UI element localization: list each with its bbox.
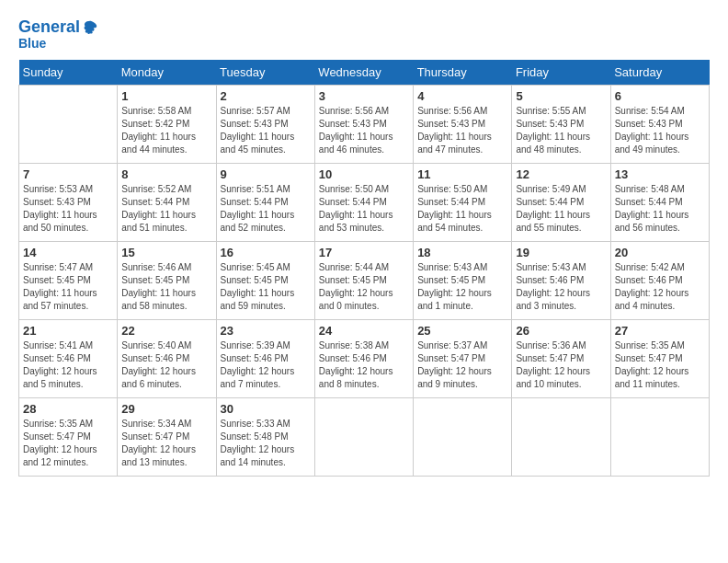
logo-text-blue: Blue: [18, 37, 98, 51]
calendar-cell: 6Sunrise: 5:54 AM Sunset: 5:43 PM Daylig…: [610, 86, 709, 164]
day-info: Sunrise: 5:50 AM Sunset: 5:44 PM Dayligh…: [417, 183, 507, 235]
day-number: 13: [615, 167, 705, 181]
day-info: Sunrise: 5:35 AM Sunset: 5:47 PM Dayligh…: [23, 418, 113, 469]
calendar-cell: 15Sunrise: 5:46 AM Sunset: 5:45 PM Dayli…: [118, 242, 216, 320]
logo: General Blue: [18, 18, 98, 51]
day-number: 20: [615, 246, 705, 259]
day-number: 30: [221, 402, 311, 416]
day-number: 28: [23, 402, 113, 416]
day-number: 19: [516, 246, 606, 259]
calendar-cell: 9Sunrise: 5:51 AM Sunset: 5:44 PM Daylig…: [216, 164, 314, 242]
calendar-week-row: 21Sunrise: 5:41 AM Sunset: 5:46 PM Dayli…: [19, 320, 710, 398]
day-info: Sunrise: 5:34 AM Sunset: 5:47 PM Dayligh…: [121, 418, 211, 469]
day-number: 3: [319, 89, 409, 103]
calendar-cell: 17Sunrise: 5:44 AM Sunset: 5:45 PM Dayli…: [314, 242, 413, 320]
day-number: 6: [615, 89, 705, 103]
calendar-cell: [512, 398, 610, 477]
day-info: Sunrise: 5:44 AM Sunset: 5:45 PM Dayligh…: [319, 261, 409, 313]
calendar-cell: 11Sunrise: 5:50 AM Sunset: 5:44 PM Dayli…: [414, 164, 512, 242]
day-info: Sunrise: 5:43 AM Sunset: 5:46 PM Dayligh…: [516, 261, 606, 313]
day-info: Sunrise: 5:50 AM Sunset: 5:44 PM Dayligh…: [319, 183, 409, 235]
calendar-cell: 5Sunrise: 5:55 AM Sunset: 5:43 PM Daylig…: [512, 86, 610, 164]
day-number: 17: [319, 246, 409, 259]
day-info: Sunrise: 5:49 AM Sunset: 5:44 PM Dayligh…: [516, 183, 606, 235]
calendar-cell: 23Sunrise: 5:39 AM Sunset: 5:46 PM Dayli…: [216, 320, 314, 398]
day-number: 26: [516, 324, 606, 338]
col-header-friday: Friday: [512, 60, 610, 86]
calendar-week-row: 7Sunrise: 5:53 AM Sunset: 5:43 PM Daylig…: [19, 164, 710, 242]
day-info: Sunrise: 5:53 AM Sunset: 5:43 PM Dayligh…: [23, 183, 113, 235]
day-number: 29: [121, 402, 211, 416]
day-info: Sunrise: 5:47 AM Sunset: 5:45 PM Dayligh…: [23, 261, 113, 313]
day-number: 8: [121, 167, 211, 181]
header: General Blue: [18, 18, 710, 51]
day-number: 27: [615, 324, 705, 338]
day-number: 7: [23, 167, 113, 181]
day-number: 25: [417, 324, 507, 338]
day-info: Sunrise: 5:46 AM Sunset: 5:45 PM Dayligh…: [121, 261, 211, 313]
day-number: 23: [221, 324, 311, 338]
day-info: Sunrise: 5:33 AM Sunset: 5:48 PM Dayligh…: [221, 418, 311, 469]
day-number: 9: [221, 167, 311, 181]
col-header-monday: Monday: [118, 60, 216, 86]
day-info: Sunrise: 5:54 AM Sunset: 5:43 PM Dayligh…: [615, 105, 705, 156]
calendar-cell: 16Sunrise: 5:45 AM Sunset: 5:45 PM Dayli…: [216, 242, 314, 320]
day-info: Sunrise: 5:56 AM Sunset: 5:43 PM Dayligh…: [319, 105, 409, 156]
col-header-saturday: Saturday: [610, 60, 709, 86]
calendar-cell: 10Sunrise: 5:50 AM Sunset: 5:44 PM Dayli…: [314, 164, 413, 242]
calendar-cell: 8Sunrise: 5:52 AM Sunset: 5:44 PM Daylig…: [118, 164, 216, 242]
day-info: Sunrise: 5:48 AM Sunset: 5:44 PM Dayligh…: [615, 183, 705, 235]
day-number: 18: [417, 246, 507, 259]
calendar-cell: 30Sunrise: 5:33 AM Sunset: 5:48 PM Dayli…: [216, 398, 314, 477]
day-number: 16: [221, 246, 311, 259]
day-number: 21: [23, 324, 113, 338]
logo-bird-icon: [82, 19, 98, 36]
calendar-cell: 29Sunrise: 5:34 AM Sunset: 5:47 PM Dayli…: [118, 398, 216, 477]
logo-text-general: General: [18, 18, 80, 37]
day-number: 24: [319, 324, 409, 338]
day-info: Sunrise: 5:41 AM Sunset: 5:46 PM Dayligh…: [23, 339, 113, 391]
day-info: Sunrise: 5:40 AM Sunset: 5:46 PM Dayligh…: [121, 339, 211, 391]
calendar-cell: [19, 86, 118, 164]
day-number: 11: [417, 167, 507, 181]
calendar-cell: 14Sunrise: 5:47 AM Sunset: 5:45 PM Dayli…: [19, 242, 118, 320]
day-number: 4: [417, 89, 507, 103]
calendar-cell: 20Sunrise: 5:42 AM Sunset: 5:46 PM Dayli…: [610, 242, 709, 320]
day-number: 14: [23, 246, 113, 259]
calendar-cell: 22Sunrise: 5:40 AM Sunset: 5:46 PM Dayli…: [118, 320, 216, 398]
calendar-cell: [314, 398, 413, 477]
day-info: Sunrise: 5:39 AM Sunset: 5:46 PM Dayligh…: [221, 339, 311, 391]
day-info: Sunrise: 5:56 AM Sunset: 5:43 PM Dayligh…: [417, 105, 507, 156]
col-header-wednesday: Wednesday: [314, 60, 413, 86]
calendar-cell: [610, 398, 709, 477]
col-header-tuesday: Tuesday: [216, 60, 314, 86]
day-info: Sunrise: 5:52 AM Sunset: 5:44 PM Dayligh…: [121, 183, 211, 235]
day-info: Sunrise: 5:38 AM Sunset: 5:46 PM Dayligh…: [319, 339, 409, 391]
calendar-cell: 24Sunrise: 5:38 AM Sunset: 5:46 PM Dayli…: [314, 320, 413, 398]
calendar-cell: 19Sunrise: 5:43 AM Sunset: 5:46 PM Dayli…: [512, 242, 610, 320]
day-number: 10: [319, 167, 409, 181]
calendar-cell: 1Sunrise: 5:58 AM Sunset: 5:42 PM Daylig…: [118, 86, 216, 164]
day-info: Sunrise: 5:45 AM Sunset: 5:45 PM Dayligh…: [221, 261, 311, 313]
day-info: Sunrise: 5:37 AM Sunset: 5:47 PM Dayligh…: [417, 339, 507, 391]
calendar-week-row: 1Sunrise: 5:58 AM Sunset: 5:42 PM Daylig…: [19, 86, 710, 164]
day-info: Sunrise: 5:51 AM Sunset: 5:44 PM Dayligh…: [221, 183, 311, 235]
calendar-cell: 7Sunrise: 5:53 AM Sunset: 5:43 PM Daylig…: [19, 164, 118, 242]
calendar-cell: 2Sunrise: 5:57 AM Sunset: 5:43 PM Daylig…: [216, 86, 314, 164]
calendar-cell: 18Sunrise: 5:43 AM Sunset: 5:45 PM Dayli…: [414, 242, 512, 320]
col-header-thursday: Thursday: [414, 60, 512, 86]
day-info: Sunrise: 5:35 AM Sunset: 5:47 PM Dayligh…: [615, 339, 705, 391]
day-info: Sunrise: 5:55 AM Sunset: 5:43 PM Dayligh…: [516, 105, 606, 156]
calendar-week-row: 28Sunrise: 5:35 AM Sunset: 5:47 PM Dayli…: [19, 398, 710, 477]
day-info: Sunrise: 5:57 AM Sunset: 5:43 PM Dayligh…: [221, 105, 311, 156]
day-number: 5: [516, 89, 606, 103]
day-info: Sunrise: 5:42 AM Sunset: 5:46 PM Dayligh…: [615, 261, 705, 313]
calendar-cell: 12Sunrise: 5:49 AM Sunset: 5:44 PM Dayli…: [512, 164, 610, 242]
day-number: 15: [121, 246, 211, 259]
calendar-week-row: 14Sunrise: 5:47 AM Sunset: 5:45 PM Dayli…: [19, 242, 710, 320]
day-info: Sunrise: 5:58 AM Sunset: 5:42 PM Dayligh…: [121, 105, 211, 156]
calendar-cell: 3Sunrise: 5:56 AM Sunset: 5:43 PM Daylig…: [314, 86, 413, 164]
calendar-table: SundayMondayTuesdayWednesdayThursdayFrid…: [18, 60, 710, 477]
day-number: 2: [221, 89, 311, 103]
calendar-cell: [414, 398, 512, 477]
